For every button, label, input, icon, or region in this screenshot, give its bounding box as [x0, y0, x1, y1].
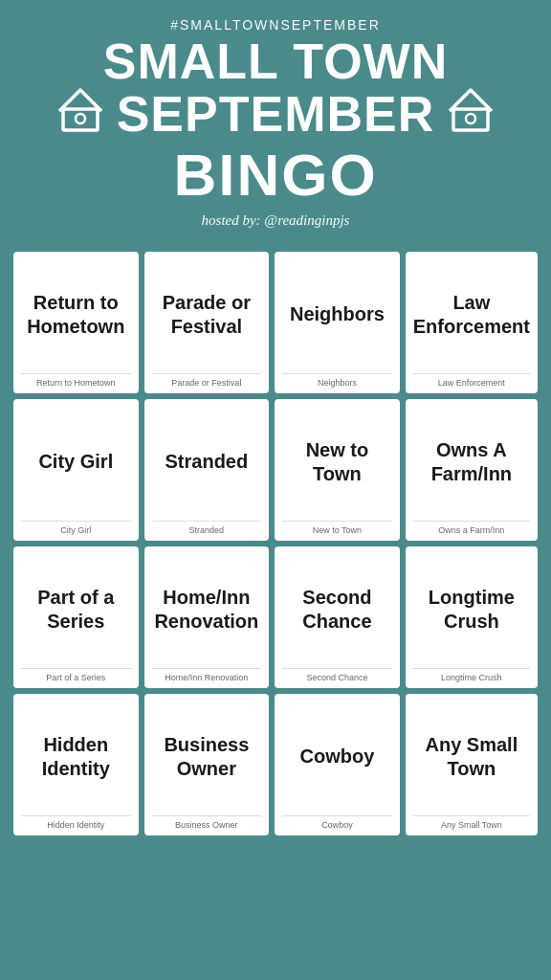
cell-sub-text-14: Cowboy [282, 815, 392, 830]
cell-main-text-5: Stranded [152, 409, 262, 515]
bingo-cell-3[interactable]: Law EnforcementLaw Enforcement [406, 252, 538, 393]
header: #SMALLTOWNSEPTEMBER SMALL TOWN SEPTEMBER… [0, 0, 551, 252]
bingo-cell-5[interactable]: StrandedStranded [144, 399, 270, 541]
cell-main-text-11: Longtime Crush [413, 556, 530, 662]
bingo-cell-7[interactable]: Owns A Farm/InnOwns a Farm/Inn [406, 399, 538, 541]
house-icon-left [55, 86, 105, 141]
svg-point-1 [76, 114, 85, 123]
bingo-cell-6[interactable]: New to TownNew to Town [275, 399, 400, 541]
bingo-cell-8[interactable]: Part of a SeriesPart of a Series [13, 546, 139, 688]
cell-sub-text-7: Owns a Farm/Inn [413, 521, 530, 535]
cell-sub-text-4: City Girl [21, 521, 131, 535]
svg-rect-0 [63, 109, 98, 130]
cell-main-text-12: Hidden Identity [21, 703, 131, 810]
cell-sub-text-6: New to Town [282, 521, 392, 535]
cell-sub-text-11: Longtime Crush [413, 668, 530, 682]
title-line2: SEPTEMBER [117, 89, 435, 139]
cell-sub-text-12: Hidden Identity [21, 815, 131, 830]
bingo-cell-2[interactable]: NeighborsNeighbors [275, 252, 400, 393]
cell-main-text-8: Part of a Series [21, 556, 131, 662]
house-icon-right [446, 86, 496, 141]
bingo-cell-1[interactable]: Parade or FestivalParade or Festival [144, 252, 270, 393]
bingo-cell-10[interactable]: Second ChanceSecond Chance [275, 546, 400, 688]
cell-sub-text-13: Business Owner [152, 815, 262, 830]
cell-main-text-1: Parade or Festival [152, 261, 262, 368]
cell-main-text-6: New to Town [282, 409, 392, 515]
cell-main-text-10: Second Chance [282, 556, 392, 662]
bingo-cell-11[interactable]: Longtime CrushLongtime Crush [406, 546, 538, 688]
svg-rect-2 [453, 109, 488, 130]
cell-main-text-9: Home/Inn Renovation [152, 556, 262, 662]
cell-main-text-15: Any Small Town [413, 703, 530, 810]
bingo-cell-15[interactable]: Any Small TownAny Small Town [406, 694, 538, 835]
title-line1: SMALL TOWN [19, 36, 532, 86]
title-bingo: BINGO [19, 141, 532, 209]
cell-sub-text-1: Parade or Festival [152, 373, 262, 388]
cell-main-text-0: Return to Hometown [21, 261, 131, 368]
cell-sub-text-3: Law Enforcement [413, 373, 530, 388]
cell-sub-text-0: Return to Hometown [21, 373, 131, 388]
cell-sub-text-9: Home/Inn Renovation [152, 668, 262, 682]
bingo-cell-13[interactable]: Business OwnerBusiness Owner [144, 694, 270, 835]
cell-main-text-4: City Girl [21, 409, 131, 515]
cell-sub-text-15: Any Small Town [413, 815, 530, 830]
cell-sub-text-2: Neighbors [282, 373, 392, 388]
bingo-cell-14[interactable]: CowboyCowboy [275, 694, 400, 835]
cell-sub-text-8: Part of a Series [21, 668, 131, 682]
cell-main-text-7: Owns A Farm/Inn [413, 409, 530, 515]
cell-sub-text-10: Second Chance [282, 668, 392, 682]
cell-main-text-13: Business Owner [152, 703, 262, 810]
cell-main-text-2: Neighbors [282, 261, 392, 368]
hashtag-text: #SMALLTOWNSEPTEMBER [19, 17, 532, 33]
bingo-cell-4[interactable]: City GirlCity Girl [13, 399, 139, 541]
cell-sub-text-5: Stranded [152, 521, 262, 535]
cell-main-text-14: Cowboy [282, 703, 392, 810]
bingo-grid: Return to HometownReturn to HometownPara… [13, 252, 538, 835]
bingo-cell-0[interactable]: Return to HometownReturn to Hometown [13, 252, 139, 393]
bingo-cell-12[interactable]: Hidden IdentityHidden Identity [13, 694, 139, 835]
bingo-cell-9[interactable]: Home/Inn RenovationHome/Inn Renovation [144, 546, 270, 688]
cell-main-text-3: Law Enforcement [413, 261, 530, 368]
hosted-by-text: hosted by: @readinginpjs [19, 212, 532, 229]
svg-point-3 [466, 114, 475, 123]
